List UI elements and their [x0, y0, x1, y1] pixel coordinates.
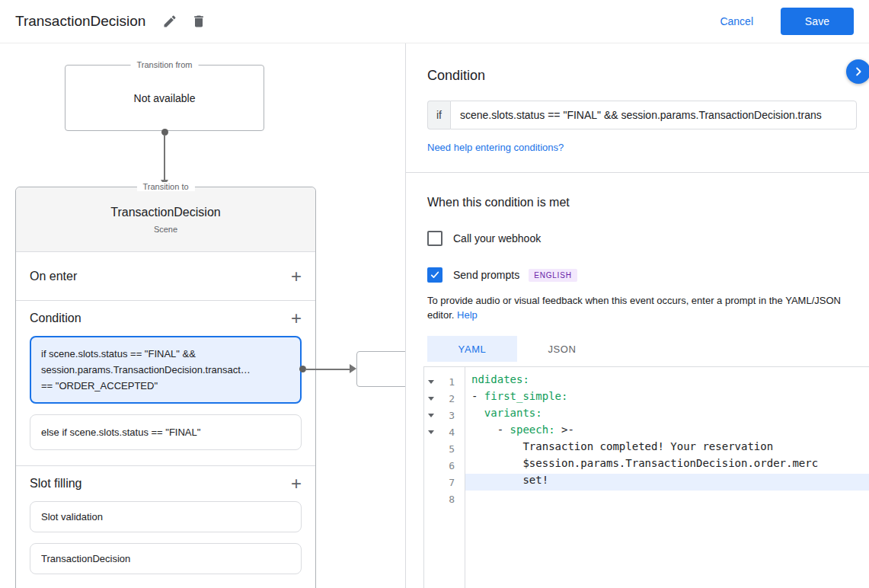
code-line: Transaction completed! Your reservation — [465, 440, 869, 457]
condition-section-label: Condition — [30, 312, 81, 325]
send-prompts-label: Send prompts — [453, 269, 519, 281]
on-enter-label: On enter — [30, 270, 77, 283]
editor-gutter: 12345678 — [424, 367, 465, 588]
code-line: variants: — [465, 407, 869, 423]
transition-from-content: Not available — [65, 66, 264, 130]
scene-subtitle: Scene — [16, 225, 315, 234]
on-enter-row[interactable]: On enter + — [16, 252, 315, 301]
slot-filling-section: Slot filling + Slot validationTransactio… — [16, 466, 315, 588]
send-prompts-row: Send prompts ENGLISH — [427, 267, 869, 283]
condition-expression-input[interactable] — [450, 101, 857, 129]
tab-json[interactable]: JSON — [517, 336, 607, 362]
line-number: 4 — [438, 427, 459, 438]
panel-title: Condition — [427, 68, 869, 84]
fold-toggle-icon[interactable] — [424, 380, 438, 384]
condition-panel: Condition if Need help entering conditio… — [406, 43, 869, 588]
scene-title: TransactionDecision — [16, 206, 315, 219]
prompts-description: To provide audio or visual feedback when… — [427, 293, 848, 322]
add-on-enter-button[interactable]: + — [291, 267, 302, 286]
code-line: $session.params.TransactionDecision.orde… — [465, 457, 869, 474]
gutter-row: 2 — [424, 390, 465, 407]
code-line: set! — [465, 474, 869, 491]
editor-tabs: YAML JSON — [427, 336, 869, 362]
condition-section-header: Condition + — [16, 301, 315, 336]
panel-divider — [406, 172, 869, 173]
transition-from-box: Transition from Not available — [65, 65, 264, 131]
gutter-row: 1 — [424, 373, 465, 390]
line-number: 7 — [438, 477, 459, 488]
fold-toggle-icon[interactable] — [424, 430, 438, 434]
gutter-row: 5 — [424, 440, 465, 457]
gutter-row: 7 — [424, 474, 465, 491]
slot-filling-section-label: Slot filling — [30, 477, 81, 491]
call-webhook-label: Call your webhook — [453, 232, 541, 244]
slot-filling-item[interactable]: TransactionDecision — [30, 543, 302, 574]
slot-filling-item[interactable]: Slot validation — [30, 501, 302, 532]
code-line — [465, 491, 869, 507]
line-number: 8 — [438, 494, 459, 505]
when-condition-met-title: When this condition is met — [427, 196, 869, 209]
gutter-row: 6 — [424, 457, 465, 474]
line-number: 3 — [438, 410, 459, 421]
help-link[interactable]: Help — [457, 309, 478, 321]
connector-line — [164, 135, 165, 181]
language-badge: ENGLISH — [529, 269, 577, 282]
send-prompts-checkbox[interactable] — [427, 267, 442, 283]
scene-card-header: TransactionDecision Scene — [16, 187, 315, 252]
trash-icon — [191, 14, 206, 29]
cancel-button[interactable]: Cancel — [720, 15, 753, 27]
scene-canvas: Transition from Not available Transition… — [0, 43, 406, 588]
checkmark-icon — [430, 270, 440, 280]
pencil-icon — [162, 14, 177, 29]
code-line: - speech: >- — [465, 423, 869, 440]
page-title: TransactionDecision — [15, 13, 145, 30]
line-number: 6 — [438, 460, 459, 471]
condition-expression-row: if — [427, 101, 857, 129]
slot-item-list: Slot validationTransactionDecision — [16, 501, 315, 574]
code-line: ndidates: — [465, 373, 869, 390]
condition-item-selected[interactable]: if scene.slots.status == "FINAL" && sess… — [30, 336, 302, 404]
webhook-row: Call your webhook — [427, 231, 869, 246]
tab-yaml[interactable]: YAML — [427, 336, 517, 362]
delete-scene-button[interactable] — [188, 11, 209, 32]
save-button[interactable]: Save — [781, 8, 854, 35]
connector-arrowhead — [350, 364, 356, 373]
condition-item-list: if scene.slots.status == "FINAL" && sess… — [16, 336, 315, 450]
fold-toggle-icon[interactable] — [424, 414, 438, 417]
yaml-editor[interactable]: 12345678 ndidates:- first_simple: varian… — [423, 366, 869, 588]
condition-item[interactable]: else if scene.slots.status == "FINAL" — [30, 414, 302, 450]
condition-section: Condition + if scene.slots.status == "FI… — [16, 301, 315, 466]
call-webhook-checkbox[interactable] — [427, 231, 442, 246]
connector-dot — [299, 366, 306, 372]
condition-help-link[interactable]: Need help entering conditions? — [427, 142, 564, 153]
chevron-right-icon — [851, 65, 865, 78]
transition-to-label: Transition to — [136, 182, 194, 191]
code-line: - first_simple: — [465, 390, 869, 407]
add-slot-button[interactable]: + — [291, 475, 302, 493]
editor-code: ndidates:- first_simple: variants: - spe… — [465, 367, 869, 588]
gutter-row: 4 — [424, 423, 465, 440]
line-number: 5 — [438, 443, 459, 455]
slot-filling-section-header: Slot filling + — [16, 466, 315, 501]
connector-line — [306, 369, 350, 370]
transition-from-label: Transition from — [131, 60, 199, 69]
transition-to-card: Transition to TransactionDecision Scene … — [15, 187, 316, 588]
prompts-description-text: To provide audio or visual feedback when… — [427, 295, 841, 321]
collapse-panel-button[interactable] — [846, 59, 869, 84]
gutter-row: 3 — [424, 407, 465, 423]
line-number: 1 — [438, 376, 459, 388]
edit-title-button[interactable] — [159, 11, 181, 32]
fold-toggle-icon[interactable] — [424, 397, 438, 401]
gutter-row: 8 — [424, 491, 465, 507]
add-condition-button[interactable]: + — [291, 309, 302, 328]
header: TransactionDecision Cancel Save — [0, 0, 869, 43]
next-scene-node[interactable] — [356, 351, 406, 387]
line-number: 2 — [438, 393, 459, 404]
if-label-chip: if — [427, 101, 450, 129]
